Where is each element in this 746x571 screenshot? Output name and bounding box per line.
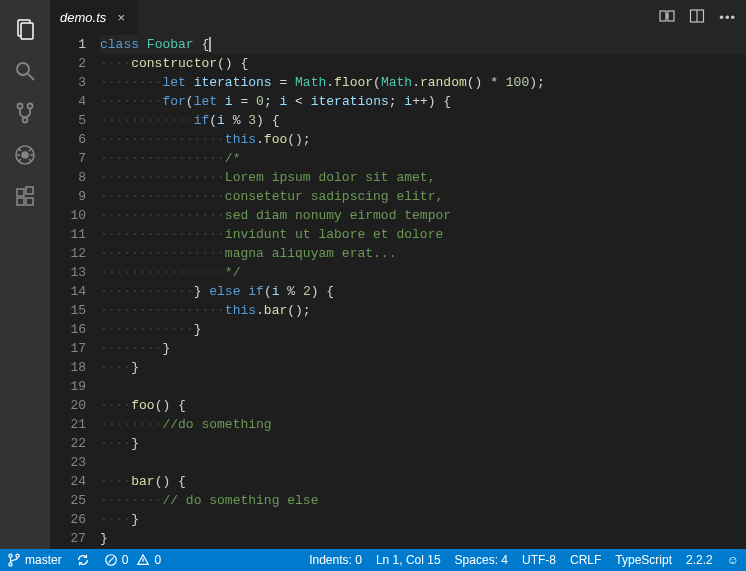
status-bar: master 0 0 Indents: 0 Ln 1, Col 15 Space… <box>0 549 746 571</box>
line-number: 14 <box>50 282 86 301</box>
line-number: 25 <box>50 491 86 510</box>
line-number: 21 <box>50 415 86 434</box>
debug-icon[interactable] <box>0 134 50 176</box>
explorer-icon[interactable] <box>0 8 50 50</box>
indents[interactable]: Indents: 0 <box>302 549 369 571</box>
svg-rect-10 <box>17 198 24 205</box>
code-line[interactable]: } <box>100 529 746 548</box>
warnings-count: 0 <box>154 553 161 567</box>
spaces[interactable]: Spaces: 4 <box>448 549 515 571</box>
svg-point-5 <box>28 104 33 109</box>
svg-point-8 <box>22 152 28 158</box>
source-control-icon[interactable] <box>0 92 50 134</box>
svg-rect-1 <box>21 23 33 39</box>
language-mode[interactable]: TypeScript <box>608 549 679 571</box>
code-line[interactable]: ················consetetur sadipscing el… <box>100 187 746 206</box>
activity-bar <box>0 0 50 549</box>
compare-icon[interactable] <box>659 8 675 27</box>
line-number: 10 <box>50 206 86 225</box>
line-number: 15 <box>50 301 86 320</box>
svg-rect-9 <box>17 189 24 196</box>
code-line[interactable]: ············if(i % 3) { <box>100 111 746 130</box>
line-number: 7 <box>50 149 86 168</box>
code-line[interactable] <box>100 453 746 472</box>
code-line[interactable]: ········} <box>100 339 746 358</box>
line-number: 16 <box>50 320 86 339</box>
code-line[interactable]: ····bar() { <box>100 472 746 491</box>
line-number: 24 <box>50 472 86 491</box>
svg-point-19 <box>9 563 12 566</box>
text-cursor <box>209 37 211 52</box>
line-number: 19 <box>50 377 86 396</box>
code-line[interactable]: ················invidunt ut labore et do… <box>100 225 746 244</box>
code-line[interactable]: ················magna aliquyam erat... <box>100 244 746 263</box>
line-number: 4 <box>50 92 86 111</box>
svg-point-18 <box>16 554 19 557</box>
extensions-icon[interactable] <box>0 176 50 218</box>
close-icon[interactable]: × <box>114 11 128 25</box>
line-number: 2 <box>50 54 86 73</box>
code-line[interactable]: ················*/ <box>100 263 746 282</box>
tab-demo-ts[interactable]: demo.ts × <box>50 0 139 35</box>
line-number: 17 <box>50 339 86 358</box>
line-number: 5 <box>50 111 86 130</box>
svg-point-6 <box>23 118 28 123</box>
line-number: 26 <box>50 510 86 529</box>
svg-rect-13 <box>660 11 666 21</box>
line-number: 1 <box>50 35 86 54</box>
line-number: 27 <box>50 529 86 548</box>
code-line[interactable]: ················this.foo(); <box>100 130 746 149</box>
code-line[interactable]: ················Lorem ipsum dolor sit am… <box>100 168 746 187</box>
code-line[interactable] <box>100 377 746 396</box>
branch-name: master <box>25 553 62 567</box>
encoding[interactable]: UTF-8 <box>515 549 563 571</box>
line-number: 6 <box>50 130 86 149</box>
line-number: 13 <box>50 263 86 282</box>
code-line[interactable]: class Foobar { <box>100 35 746 54</box>
line-number: 8 <box>50 168 86 187</box>
svg-rect-14 <box>668 11 674 21</box>
code-line[interactable]: ············} else if(i % 2) { <box>100 282 746 301</box>
svg-rect-12 <box>26 187 33 194</box>
line-number: 11 <box>50 225 86 244</box>
code-line[interactable]: ····} <box>100 358 746 377</box>
code-line[interactable]: ················this.bar(); <box>100 301 746 320</box>
line-number: 3 <box>50 73 86 92</box>
search-icon[interactable] <box>0 50 50 92</box>
eol[interactable]: CRLF <box>563 549 608 571</box>
tab-bar: demo.ts × ••• <box>50 0 746 35</box>
line-number: 23 <box>50 453 86 472</box>
code-line[interactable]: ········let iterations = Math.floor(Math… <box>100 73 746 92</box>
line-number: 22 <box>50 434 86 453</box>
tab-filename: demo.ts <box>60 10 106 25</box>
git-branch[interactable]: master <box>0 549 69 571</box>
code-editor[interactable]: 1234567891011121314151617181920212223242… <box>50 35 746 549</box>
code-line[interactable]: ····foo() { <box>100 396 746 415</box>
editor-actions: ••• <box>659 0 746 35</box>
more-icon[interactable]: ••• <box>719 10 736 25</box>
split-editor-icon[interactable] <box>689 8 705 27</box>
feedback-icon[interactable]: ☺ <box>720 549 746 571</box>
code-line[interactable]: ········// do something else <box>100 491 746 510</box>
line-number: 20 <box>50 396 86 415</box>
problems[interactable]: 0 0 <box>97 549 168 571</box>
code-line[interactable]: ····} <box>100 434 746 453</box>
code-line[interactable]: ····constructor() { <box>100 54 746 73</box>
code-line[interactable]: ········for(let i = 0; i < iterations; i… <box>100 92 746 111</box>
svg-point-4 <box>18 104 23 109</box>
code-line[interactable]: ············} <box>100 320 746 339</box>
svg-line-21 <box>108 557 113 562</box>
svg-line-3 <box>28 74 34 80</box>
line-number: 12 <box>50 244 86 263</box>
svg-point-2 <box>17 63 29 75</box>
line-number: 9 <box>50 187 86 206</box>
code-line[interactable]: ····} <box>100 510 746 529</box>
svg-rect-11 <box>26 198 33 205</box>
code-line[interactable]: ················/* <box>100 149 746 168</box>
errors-count: 0 <box>122 553 129 567</box>
code-line[interactable]: ················sed diam nonumy eirmod t… <box>100 206 746 225</box>
version[interactable]: 2.2.2 <box>679 549 720 571</box>
sync-icon[interactable] <box>69 549 97 571</box>
cursor-position[interactable]: Ln 1, Col 15 <box>369 549 448 571</box>
code-line[interactable]: ········//do something <box>100 415 746 434</box>
